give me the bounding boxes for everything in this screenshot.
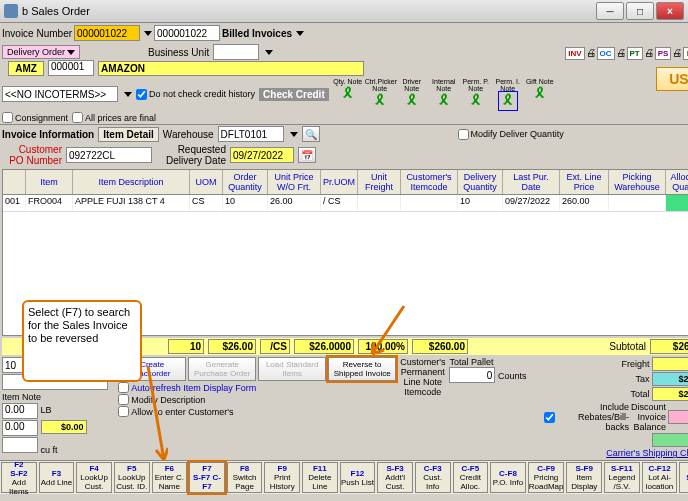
print-icon: 🖨	[672, 47, 682, 60]
cust-po-field[interactable]	[66, 147, 152, 163]
grid-header[interactable]: UOM	[190, 170, 223, 194]
search-icon[interactable]: 🔍	[302, 126, 320, 142]
fkey-f6[interactable]: F6Enter C. Name	[152, 462, 188, 493]
incoterms-field[interactable]	[2, 86, 118, 102]
dropdown-icon[interactable]	[144, 31, 152, 36]
oc-pill[interactable]: OC	[597, 47, 615, 60]
ctrl-note-icon[interactable]: 🎗	[371, 92, 389, 110]
qty-note-icon[interactable]: 🎗	[339, 85, 357, 103]
all-prices-final-checkbox[interactable]: All prices are final	[72, 112, 156, 123]
grid-cell[interactable]: 26.00	[268, 195, 321, 211]
grid-header[interactable]: Unit Price W/O Frt.	[268, 170, 321, 194]
grid-cell[interactable]: 10	[666, 195, 688, 211]
grid-cell[interactable]: 10	[458, 195, 503, 211]
fkey-f5[interactable]: F5LookUp Cust. ID.	[114, 462, 150, 493]
fkey-s-f11[interactable]: S-F11Legend /S.V.	[604, 462, 640, 493]
invoice-info-tab[interactable]: Invoice Information	[2, 129, 94, 140]
close-window-button[interactable]: ×	[656, 2, 684, 20]
dropdown-icon[interactable]	[296, 31, 304, 36]
item-detail-tab[interactable]: Item Detail	[98, 127, 159, 142]
dropdown-icon[interactable]	[290, 132, 298, 137]
pt-pill[interactable]: PT	[627, 47, 643, 60]
grid-header[interactable]: Customer's Itemcode	[401, 170, 458, 194]
grid-cell[interactable]	[358, 195, 401, 211]
grid-cell[interactable]: FRO004	[26, 195, 73, 211]
internal-note-icon[interactable]: 🎗	[435, 92, 453, 110]
fkey-s-f3[interactable]: S-F3Addt'l Cust.	[377, 462, 413, 493]
consignment-checkbox[interactable]: Consignment	[2, 112, 68, 123]
dropdown-icon[interactable]	[124, 92, 132, 97]
load-std-items-button[interactable]: Load Standard Items	[258, 357, 326, 381]
maximize-button[interactable]: □	[626, 2, 654, 20]
grid-cell[interactable]: 10	[223, 195, 268, 211]
dropdown-icon[interactable]	[265, 50, 273, 55]
warehouse-field[interactable]	[218, 126, 284, 142]
fkey-f4[interactable]: F4LookUp Cust.	[76, 462, 112, 493]
req-date-label: Requested Delivery Date	[156, 144, 226, 166]
total-line: $260.00	[412, 339, 468, 354]
invoice-number-field[interactable]	[154, 25, 220, 41]
rebates-checkbox[interactable]: Include Rebates/Bill-backs	[544, 402, 629, 432]
fkey-f12[interactable]: F12Push List	[340, 462, 376, 493]
fkey-f3[interactable]: F3Add Line	[39, 462, 75, 493]
grid-cell[interactable]: 09/27/2022	[503, 195, 560, 211]
ps-pill[interactable]: PS	[655, 47, 672, 60]
fkey-c-f3[interactable]: C-F3Cust. Info	[415, 462, 451, 493]
modify-desc-checkbox[interactable]: Modify Description	[118, 394, 396, 405]
grid-cell[interactable]	[401, 195, 458, 211]
autorefresh-checkbox[interactable]: Auto-refresh Item Display Form	[118, 382, 396, 393]
business-unit-field[interactable]	[213, 44, 259, 60]
mf-pill[interactable]: MF	[683, 47, 688, 60]
inv-pill[interactable]: INV	[565, 47, 584, 60]
req-date-field[interactable]	[230, 147, 294, 163]
permi-note-icon[interactable]: 🎗	[499, 92, 517, 110]
grid-header[interactable]: Unit Freight	[358, 170, 401, 194]
invoice-number-link[interactable]	[74, 25, 140, 41]
fkey-c-f5[interactable]: C-F5Credit Alloc.	[453, 462, 489, 493]
fkey-f7[interactable]: F7S-F7 C-F7	[189, 462, 225, 493]
modify-deliver-qty-checkbox[interactable]: Modify Deliver Quantity	[458, 129, 564, 140]
gift-note-icon[interactable]: 🎗	[531, 85, 549, 103]
driver-note-icon[interactable]: 🎗	[403, 92, 421, 110]
no-check-credit-checkbox[interactable]: Do not check credit history	[136, 89, 255, 100]
grid-cell[interactable]: 260.00	[560, 195, 609, 211]
grid-header[interactable]: Delivery Quantity	[458, 170, 503, 194]
fkey-s-f12[interactable]: S-F12	[679, 462, 688, 493]
reverse-to-shipped-button[interactable]: Reverse to Shipped Invoice	[328, 357, 396, 381]
delivery-order-button[interactable]: Delivery Order	[2, 45, 80, 59]
fkey-c-f9[interactable]: C-F9Pricing RoadMap	[528, 462, 565, 493]
grid-header[interactable]: Item Description	[73, 170, 190, 194]
fkey-f11[interactable]: F11Delete Line	[302, 462, 338, 493]
fkey-f8[interactable]: F8Switch Page	[227, 462, 263, 493]
check-credit-button[interactable]: Check Credit	[259, 88, 329, 101]
grid-cell[interactable]: CS	[190, 195, 223, 211]
grid-cell[interactable]	[609, 195, 666, 211]
total-price: $26.00	[208, 339, 256, 354]
grid-header[interactable]: Ext. Line Price	[560, 170, 609, 194]
print-icon: 🖨	[586, 47, 596, 60]
fkey-f9[interactable]: F9Print History	[264, 462, 300, 493]
grid-cell[interactable]: 001	[3, 195, 26, 211]
invoice-number-label: Invoice Number	[2, 28, 72, 39]
minimize-button[interactable]: ─	[596, 2, 624, 20]
grid-header[interactable]: Picking Warehouse	[609, 170, 666, 194]
total-pallet-field[interactable]	[449, 367, 495, 383]
grid-header[interactable]: Allocated Quantity	[666, 170, 688, 194]
grid-header[interactable]: Order Quantity	[223, 170, 268, 194]
generate-po-button[interactable]: Generate Purchase Order	[188, 357, 256, 381]
fkey-f2[interactable]: F2S-F2Add Items	[1, 462, 37, 493]
grid-cell[interactable]: / CS	[321, 195, 358, 211]
grid-header[interactable]: Pr.UOM	[321, 170, 358, 194]
grid-header[interactable]	[3, 170, 26, 194]
grid-header[interactable]: Item	[26, 170, 73, 194]
allow-cust-checkbox[interactable]: Allow to enter Customer's	[118, 406, 396, 417]
grid-header[interactable]: Last Pur. Date	[503, 170, 560, 194]
grid-cell[interactable]: APPLE FUJI 138 CT 4	[73, 195, 190, 211]
carrier-charges-link[interactable]: Carrier's Shipping Charges	[606, 448, 688, 458]
currency-badge: USD	[656, 67, 688, 91]
calendar-icon[interactable]: 📅	[298, 147, 316, 163]
fkey-c-f12[interactable]: C-F12Lot Al- location	[642, 462, 678, 493]
fkey-c-f8[interactable]: C-F8P.O. Info	[490, 462, 526, 493]
fkey-s-f9[interactable]: S-F9Item Display	[566, 462, 602, 493]
permp-note-icon[interactable]: 🎗	[467, 92, 485, 110]
